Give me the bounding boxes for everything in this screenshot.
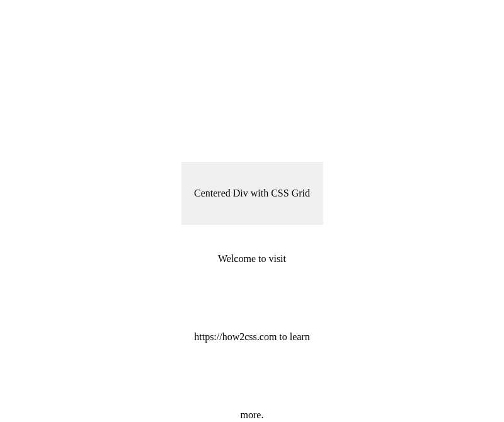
page-container: Centered Div with CSS Grid Welcome to vi…: [0, 0, 504, 422]
centered-box: Centered Div with CSS Grid: [181, 162, 323, 225]
centered-box-text: Centered Div with CSS Grid: [194, 188, 310, 199]
welcome-text-line-1: Welcome to visit: [218, 253, 286, 265]
welcome-text-line-2: https://how2css.com to learn: [194, 331, 310, 343]
welcome-text-line-3: more.: [241, 409, 264, 421]
